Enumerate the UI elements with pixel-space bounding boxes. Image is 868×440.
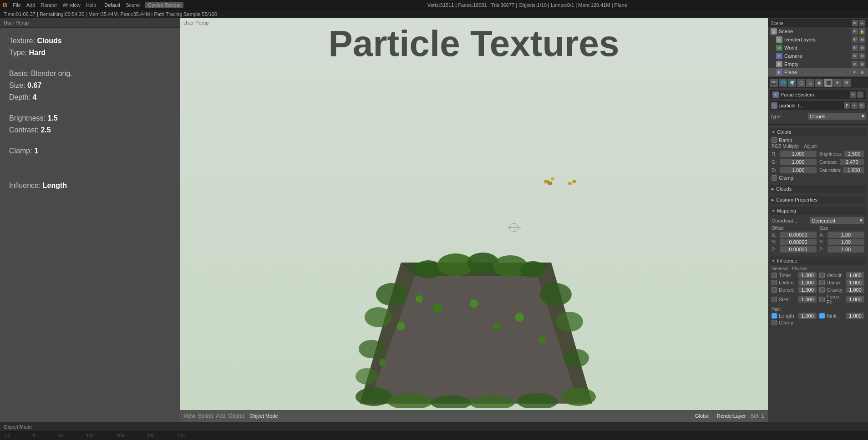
menu-file[interactable]: File bbox=[13, 2, 21, 8]
right-panel: Scene 👁 + S Scene 👁 🔒 R RenderLayers bbox=[768, 18, 868, 422]
cam-vis-btn[interactable]: 👁 bbox=[852, 53, 858, 59]
viewport-object-menu[interactable]: Object bbox=[228, 413, 244, 419]
outliner-item-world[interactable]: W World 👁 ⚙ bbox=[768, 44, 868, 52]
props-object-btn[interactable]: ▢ bbox=[797, 79, 805, 87]
rl-vis-btn[interactable]: 👁 bbox=[852, 36, 858, 43]
contrast-input[interactable]: 2.470 bbox=[840, 159, 864, 165]
contrast-field-row: Contrast: 2.470 bbox=[819, 159, 864, 165]
ps-add-btn[interactable]: + bbox=[850, 91, 856, 98]
empty-vis-btn[interactable]: 👁 bbox=[852, 61, 858, 67]
custom-props-section-header[interactable]: ▶ Custom Properties bbox=[770, 196, 866, 204]
viewport-select-menu[interactable]: Select bbox=[198, 413, 213, 419]
texture-new-btn[interactable]: F bbox=[844, 102, 850, 109]
plane-vis-btn[interactable]: 👁 bbox=[852, 69, 858, 76]
density-value[interactable]: 1.000 bbox=[798, 287, 817, 293]
outliner-item-renderlayers[interactable]: R RenderLayers 👁 ⚙ bbox=[768, 35, 868, 44]
ps-remove-btn[interactable]: - bbox=[857, 91, 863, 98]
outliner-item-scene[interactable]: S Scene 👁 🔒 bbox=[768, 27, 868, 35]
outliner-view-btn[interactable]: 👁 bbox=[852, 20, 858, 26]
colors-section-header[interactable]: ▼ Colors bbox=[770, 128, 866, 136]
gravity-checkbox[interactable] bbox=[819, 287, 825, 293]
time-checkbox[interactable] bbox=[772, 273, 777, 278]
offset-x-input[interactable]: 0.00000 bbox=[780, 232, 817, 238]
plane-extra-btn[interactable]: ⚙ bbox=[859, 69, 865, 76]
mapping-section-header[interactable]: ▼ Mapping bbox=[770, 207, 866, 215]
svg-point-12 bbox=[355, 368, 378, 384]
props-scene-btn[interactable]: 🌐 bbox=[779, 79, 787, 87]
props-texture-btn[interactable]: ⬛ bbox=[824, 79, 832, 87]
force-fi-checkbox[interactable] bbox=[819, 297, 825, 302]
time-value[interactable]: 1.000 bbox=[798, 272, 817, 278]
type-prop-label: Type: bbox=[770, 114, 806, 119]
world-vis-btn[interactable]: 👁 bbox=[852, 45, 858, 51]
props-mesh-btn[interactable]: △ bbox=[806, 79, 814, 87]
texture-plus-btn[interactable]: + bbox=[851, 102, 858, 109]
g-input[interactable]: 1.000 bbox=[780, 159, 817, 165]
size-influence-label: Size: bbox=[779, 297, 797, 302]
props-render-btn[interactable]: 📷 bbox=[770, 79, 778, 87]
kink-value[interactable]: 1.000 bbox=[846, 313, 864, 319]
empty-extra-btn[interactable]: ⚙ bbox=[859, 61, 865, 67]
lifetime-checkbox[interactable] bbox=[772, 280, 777, 285]
velocity-value[interactable]: 1.000 bbox=[846, 272, 864, 278]
world-extra-btn[interactable]: ⚙ bbox=[859, 45, 865, 51]
scene-lock-btn[interactable]: 🔒 bbox=[859, 28, 865, 35]
influence-section-label: Influence bbox=[777, 258, 797, 263]
outliner-item-camera[interactable]: C Camera 👁 ⚙ bbox=[768, 52, 868, 60]
lifetime-value[interactable]: 1.000 bbox=[798, 279, 817, 286]
outliner-item-empty[interactable]: E Empty 👁 ⚙ bbox=[768, 60, 868, 68]
outliner-add-btn[interactable]: + bbox=[859, 20, 865, 26]
adjust-label: Adjust: bbox=[804, 144, 818, 149]
b-input[interactable]: 1.000 bbox=[780, 167, 817, 173]
offset-y-input[interactable]: 0.00000 bbox=[780, 239, 817, 245]
coord-dropdown[interactable]: Generated ▾ bbox=[810, 217, 864, 224]
length-checkbox[interactable] bbox=[772, 313, 777, 319]
menu-render[interactable]: Render bbox=[41, 2, 57, 8]
render-engine[interactable]: Cycles Render bbox=[145, 2, 183, 8]
g-label: G: bbox=[772, 159, 778, 165]
menu-add[interactable]: Add bbox=[26, 2, 36, 8]
custom-props-arrow: ▶ bbox=[772, 198, 774, 202]
texture-x-btn[interactable]: ✕ bbox=[858, 102, 865, 109]
velocity-checkbox[interactable] bbox=[819, 273, 825, 278]
cam-extra-btn[interactable]: ⚙ bbox=[859, 53, 865, 59]
size-y-row: Y: 1.00 bbox=[819, 239, 864, 245]
gravity-value[interactable]: 1.000 bbox=[846, 287, 864, 293]
brightness-input[interactable]: 1.500 bbox=[844, 151, 864, 157]
size-z-input[interactable]: 1.00 bbox=[827, 246, 864, 253]
damp-value[interactable]: 1.000 bbox=[846, 279, 864, 286]
kink-checkbox[interactable] bbox=[819, 313, 825, 319]
type-dropdown[interactable]: Clouds ▾ bbox=[808, 113, 866, 120]
clamp-influence-checkbox[interactable] bbox=[772, 320, 777, 325]
size-z-label: Z: bbox=[819, 247, 826, 252]
influence-section-header[interactable]: ▼ Influence bbox=[770, 257, 866, 265]
global-mode[interactable]: Global bbox=[692, 412, 712, 420]
saturation-input[interactable]: 1.000 bbox=[843, 167, 864, 173]
ramp-checkbox[interactable] bbox=[772, 137, 777, 143]
density-checkbox[interactable] bbox=[772, 287, 777, 293]
rl-extra-btn[interactable]: ⚙ bbox=[859, 36, 865, 43]
clamp-checkbox[interactable] bbox=[772, 175, 777, 181]
viewport-add-menu[interactable]: Add bbox=[216, 413, 225, 419]
size-influence-value[interactable]: 1.000 bbox=[798, 296, 817, 303]
r-input[interactable]: 1.000 bbox=[780, 151, 817, 157]
size-x-input[interactable]: 1.00 bbox=[827, 232, 864, 238]
offset-z-input[interactable]: 0.00000 bbox=[780, 246, 817, 253]
menu-window[interactable]: Window bbox=[63, 2, 81, 8]
menu-help[interactable]: Help bbox=[86, 2, 96, 8]
props-world-btn[interactable]: 🌍 bbox=[788, 79, 796, 87]
props-particle-btn[interactable]: ✦ bbox=[833, 79, 842, 87]
force-fi-value[interactable]: 1.000 bbox=[846, 296, 864, 303]
clouds-section-header[interactable]: ▶ Clouds bbox=[770, 185, 866, 193]
outliner-item-plane[interactable]: P Plane 👁 ⚙ bbox=[768, 68, 868, 76]
viewport-view-menu[interactable]: View bbox=[183, 413, 195, 419]
world-icon: W bbox=[776, 45, 782, 51]
viewport-mode-selector[interactable]: Object Mode bbox=[247, 412, 280, 420]
scene-vis-btn[interactable]: 👁 bbox=[852, 28, 858, 35]
size-y-input[interactable]: 1.00 bbox=[827, 239, 864, 245]
props-physics-btn[interactable]: ⚙ bbox=[843, 79, 851, 87]
size-influence-checkbox[interactable] bbox=[772, 297, 777, 302]
props-material-btn[interactable]: ◉ bbox=[815, 79, 823, 87]
damp-checkbox[interactable] bbox=[819, 280, 825, 285]
length-value[interactable]: 1.000 bbox=[798, 313, 817, 319]
